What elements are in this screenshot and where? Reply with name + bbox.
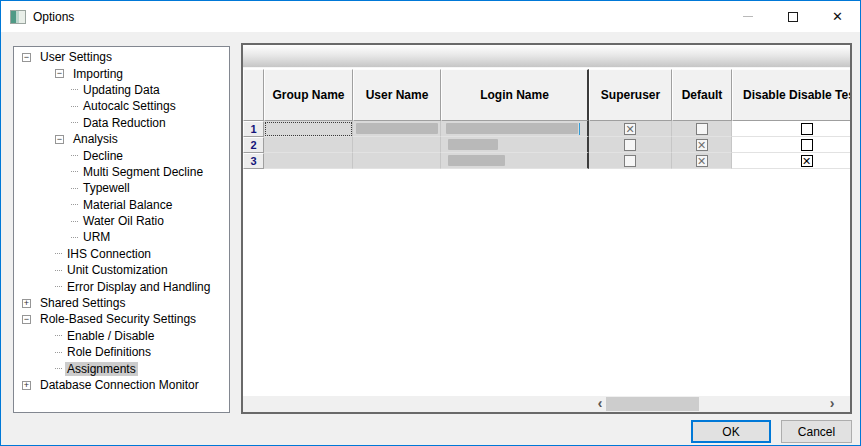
tree-item-data-reduction[interactable]: Data Reduction [14,115,229,131]
tree-item-multi-segment-decline[interactable]: Multi Segment Decline [14,164,229,180]
cell-user-name-row2[interactable] [353,137,441,153]
default-checkbox-row1[interactable] [696,123,708,135]
cell-default-row2[interactable] [672,137,732,153]
horizontal-scrollbar[interactable]: ‹ › [243,396,850,412]
column-header-superuser[interactable]: Superuser [589,69,672,121]
tree-item-role-definitions[interactable]: Role Definitions [14,344,229,360]
window-title: Options [33,10,74,24]
table-row: 3 [243,153,852,169]
tree-item-material-balance[interactable]: Material Balance [14,197,229,213]
tree-item-decline[interactable]: Decline [14,147,229,163]
tree-item-label: Assignments [65,362,138,376]
tree-item-label: Decline [81,149,125,163]
tree-item-label: User Settings [38,50,114,64]
cell-superuser-row1[interactable] [589,121,672,137]
default-checkbox-row3[interactable] [696,155,708,167]
tree-item-importing[interactable]: −Importing [14,65,229,81]
cell-superuser-row3[interactable] [589,153,672,169]
expand-icon[interactable]: + [22,299,31,308]
column-header-default[interactable]: Default [672,69,732,121]
tree-item-analysis[interactable]: −Analysis [14,131,229,147]
tree-item-label: Role Definitions [65,345,153,359]
tree-item-shared-settings[interactable]: +Shared Settings [14,295,229,311]
cell-user-name-row1[interactable] [353,121,441,137]
grid-top-strip [243,45,850,68]
column-header-group-name[interactable]: Group Name [264,69,353,121]
disable-checkbox-row2[interactable] [801,139,813,151]
cell-login-name-row2[interactable] [441,137,589,153]
tree-item-user-settings[interactable]: −User Settings [14,49,229,65]
cell-default-row1[interactable] [672,121,732,137]
tree-item-label: Material Balance [81,198,174,212]
scrollbar-thumb[interactable] [606,397,699,411]
tree-item-label: Updating Data [81,83,162,97]
tree-item-role-based-security-settings[interactable]: −Role-Based Security Settings [14,311,229,327]
tree-item-water-oil-ratio[interactable]: Water Oil Ratio [14,213,229,229]
tree-item-autocalc-settings[interactable]: Autocalc Settings [14,98,229,114]
cell-user-name-row3[interactable] [353,153,441,169]
row-header-2[interactable]: 2 [243,137,264,153]
tree-item-enable-disable[interactable]: Enable / Disable [14,328,229,344]
scroll-left-icon[interactable]: ‹ [593,396,607,412]
tree-item-updating-data[interactable]: Updating Data [14,82,229,98]
collapse-icon[interactable]: − [22,315,31,324]
cell-disable-row1[interactable] [732,121,852,137]
cell-login-name-row3[interactable] [441,153,589,169]
assignments-grid-panel: Group Name User Name Login Name Superuse… [241,43,852,414]
tree-item-label: Analysis [71,132,120,146]
maximize-button[interactable] [770,1,815,32]
tree-item-label: IHS Connection [65,247,153,261]
row-header-3[interactable]: 3 [243,153,264,169]
column-header-user-name[interactable]: User Name [353,69,441,121]
row-header-1[interactable]: 1 [243,121,264,137]
column-header-login-name[interactable]: Login Name [441,69,589,121]
tree-item-label: Multi Segment Decline [81,165,205,179]
tree-item-label: Unit Customization [65,263,170,277]
tree-item-error-display-and-handling[interactable]: Error Display and Handling [14,278,229,294]
cell-disable-row2[interactable] [732,137,852,153]
table-row: 1 [243,121,852,137]
cell-login-name-row1[interactable] [441,121,589,137]
disable-checkbox-row1[interactable] [801,123,813,135]
text-cursor [579,123,580,135]
cell-disable-row3[interactable] [732,153,852,169]
cell-default-row3[interactable] [672,153,732,169]
superuser-checkbox-row2[interactable] [624,139,636,151]
cancel-button[interactable]: Cancel [781,420,852,443]
maximize-icon [788,12,798,22]
minimize-icon [743,16,753,17]
cell-group-name-row3[interactable] [264,153,353,169]
disable-checkbox-row3[interactable] [801,155,813,167]
tree-item-urm[interactable]: URM [14,229,229,245]
redacted-value [446,123,578,134]
tree-item-database-connection-monitor[interactable]: +Database Connection Monitor [14,377,229,393]
superuser-checkbox-row1[interactable] [624,123,636,135]
tree-item-ihs-connection[interactable]: IHS Connection [14,246,229,262]
tree-item-typewell[interactable]: Typewell [14,180,229,196]
close-button[interactable]: ✕ [815,1,860,32]
collapse-icon[interactable]: − [22,53,31,62]
superuser-checkbox-row3[interactable] [624,155,636,167]
tree-item-label: Shared Settings [38,296,127,310]
tree-item-assignments[interactable]: Assignments [14,360,229,376]
tree-item-label: Water Oil Ratio [81,214,166,228]
cell-group-name-row1[interactable] [264,121,353,137]
cell-group-name-row2[interactable] [264,137,353,153]
grid-corner-cell[interactable] [243,69,264,121]
tree-item-unit-customization[interactable]: Unit Customization [14,262,229,278]
cell-superuser-row2[interactable] [589,137,672,153]
ok-button[interactable]: OK [691,420,771,443]
collapse-icon[interactable]: − [55,69,64,78]
grid-header-row: Group Name User Name Login Name Superuse… [243,69,852,121]
tree-item-label: URM [81,230,112,244]
expand-icon[interactable]: + [22,381,31,390]
redacted-value [448,139,498,150]
tree-item-label: Typewell [81,181,132,195]
tree-item-label: Enable / Disable [65,329,156,343]
column-header-disable-disable-test[interactable]: Disable Disable Tes [732,69,852,121]
tree-item-label: Autocalc Settings [81,99,178,113]
scroll-right-icon[interactable]: › [825,396,839,412]
collapse-icon[interactable]: − [55,135,64,144]
redacted-value [448,155,505,166]
default-checkbox-row2[interactable] [696,139,708,151]
